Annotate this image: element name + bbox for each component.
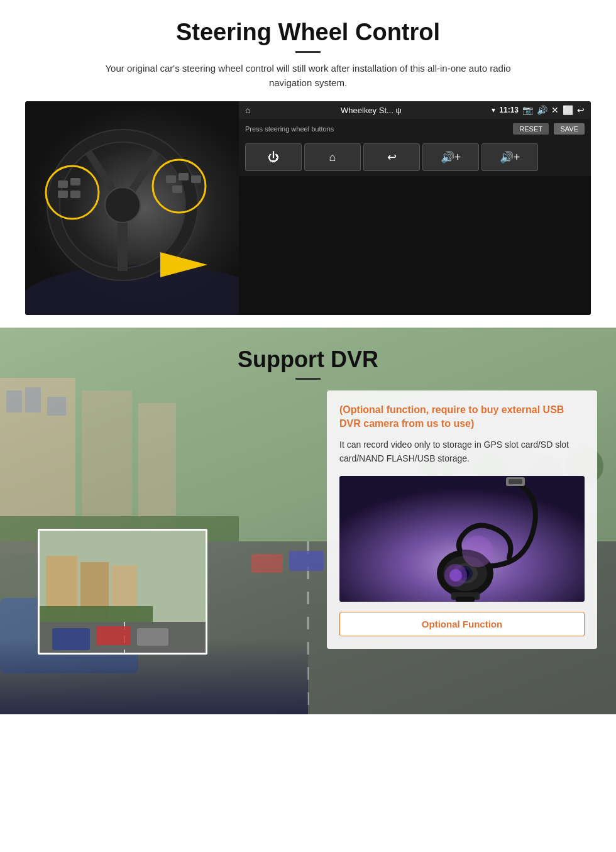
svg-rect-10 — [58, 180, 68, 188]
back-button[interactable]: ↩ — [363, 143, 420, 171]
steering-description: Your original car's steering wheel contr… — [88, 62, 528, 90]
steering-image-area: ⌂ Wheelkey St... ψ ▾ 11:13 📷 🔊 ✕ ⬜ ↩ Pre… — [25, 101, 591, 315]
dvr-section: Support DVR (Optional function, require … — [0, 328, 616, 714]
svg-rect-52 — [137, 628, 168, 646]
screen-topbar: ⌂ Wheelkey St... ψ ▾ 11:13 📷 🔊 ✕ ⬜ ↩ — [239, 101, 591, 119]
road-thumb-svg — [40, 531, 207, 655]
volume-icon: 🔊 — [537, 105, 547, 115]
dvr-title: Support DVR — [25, 346, 591, 373]
svg-rect-23 — [47, 397, 66, 416]
svg-rect-14 — [166, 175, 176, 183]
home-icon: ⌂ — [245, 105, 250, 115]
svg-point-7 — [105, 187, 140, 223]
svg-rect-29 — [251, 554, 283, 573]
svg-rect-16 — [191, 175, 201, 183]
svg-rect-30 — [289, 551, 324, 571]
optional-function-badge[interactable]: Optional Function — [339, 612, 585, 636]
press-hint: Press steering wheel buttons — [245, 125, 334, 133]
display-icon: ⬜ — [563, 105, 573, 115]
steering-title: Steering Wheel Control — [25, 19, 591, 46]
svg-rect-15 — [179, 173, 189, 180]
screen-controls-row: Press steering wheel buttons RESET SAVE — [239, 119, 591, 138]
vol-up-button[interactable]: 🔊+ — [481, 143, 538, 171]
road-thumbnail — [38, 529, 207, 655]
dvr-camera-image — [339, 476, 585, 602]
reset-button[interactable]: RESET — [513, 123, 549, 135]
dvr-title-divider — [295, 378, 321, 380]
svg-point-64 — [449, 569, 462, 582]
svg-rect-12 — [58, 191, 68, 198]
svg-rect-21 — [6, 390, 22, 412]
svg-rect-22 — [25, 387, 41, 412]
wifi-icon: ▾ — [492, 106, 495, 114]
svg-rect-50 — [52, 628, 90, 650]
dvr-info-card: (Optional function, require to buy exter… — [327, 390, 597, 649]
svg-rect-11 — [70, 178, 80, 185]
x-icon: ✕ — [551, 105, 559, 115]
screen-panel: ⌂ Wheelkey St... ψ ▾ 11:13 📷 🔊 ✕ ⬜ ↩ Pre… — [239, 101, 591, 315]
home-button[interactable]: ⌂ — [304, 143, 361, 171]
camera-icon: 📷 — [522, 105, 533, 115]
steering-wheel-section: Steering Wheel Control Your original car… — [0, 0, 616, 328]
svg-rect-51 — [96, 626, 131, 645]
steering-wheel-svg — [25, 101, 264, 315]
clock: 11:13 — [499, 106, 519, 114]
status-icons: 📷 🔊 ✕ ⬜ ↩ — [522, 105, 585, 115]
dvr-description: It can record video only to storage in G… — [339, 438, 585, 466]
svg-rect-47 — [40, 606, 153, 622]
app-title: Wheelkey St... ψ — [254, 106, 488, 115]
vol-down-button[interactable]: 🔊+ — [422, 143, 479, 171]
svg-rect-55 — [509, 479, 522, 484]
screen-dark-area — [239, 176, 591, 315]
svg-rect-13 — [70, 191, 80, 198]
svg-point-65 — [462, 536, 493, 567]
screen-buttons-row: ⏻ ⌂ ↩ 🔊+ 🔊+ — [239, 138, 591, 176]
camera-svg — [339, 476, 585, 602]
svg-rect-17 — [172, 185, 182, 193]
save-button[interactable]: SAVE — [554, 123, 585, 135]
steering-wheel-photo — [25, 101, 264, 315]
power-button[interactable]: ⏻ — [245, 143, 302, 171]
optional-text: (Optional function, require to buy exter… — [339, 403, 585, 431]
title-divider — [295, 51, 321, 53]
svg-rect-62 — [456, 597, 475, 602]
back-icon: ↩ — [577, 105, 585, 115]
dvr-title-area: Support DVR — [0, 328, 616, 386]
